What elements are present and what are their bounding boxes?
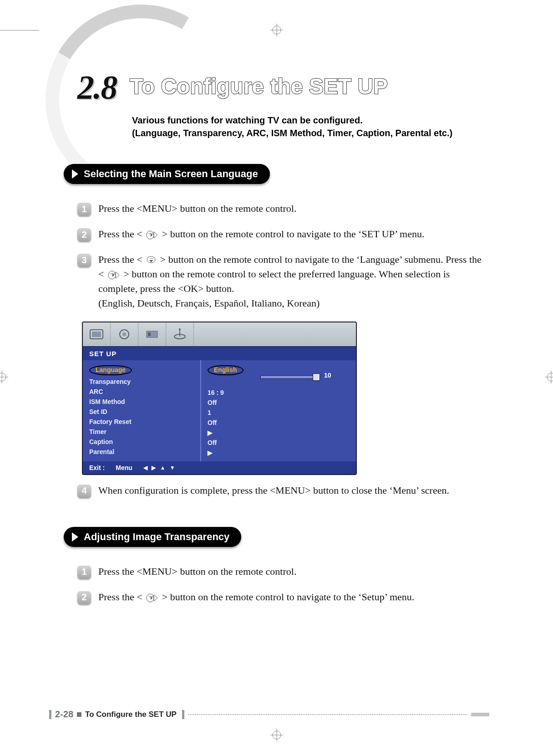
step-b2: 2 Press the < VOL > button on the remote… [77, 590, 489, 604]
page-footer: 2-28 To Configure the SET UP [49, 709, 489, 720]
intro-line-2: (Language, Transparency, ARC, ISM Method… [132, 127, 452, 139]
section-header: 2.8 To Configure the SET UP Various func… [64, 46, 489, 146]
triangle-right-icon [72, 532, 78, 541]
svg-rect-19 [92, 332, 101, 337]
crop-target-bottom [270, 729, 283, 743]
footer-dotted-rule [188, 714, 467, 715]
step-text: Press the < CH > button on the remote co… [98, 252, 489, 311]
osd-value-language: English [208, 365, 244, 375]
osd-menu-label: Menu [116, 464, 132, 471]
osd-screenshot: SET UP Language Transparency ARC ISM Met… [82, 322, 489, 475]
step-4: 4 When configuration is complete, press … [77, 483, 489, 498]
osd-value-setid: 1 [208, 408, 350, 418]
subhead-adjusting-transparency: Adjusting Image Transparency [64, 527, 241, 547]
subhead-text: Adjusting Image Transparency [84, 531, 229, 543]
osd-tab-picture-icon [83, 322, 111, 346]
osd-slider [260, 375, 316, 379]
osd-value-ism: Off [208, 398, 350, 408]
step-1: 1 Press the <MENU> button on the remote … [77, 201, 489, 216]
osd-exit-label: Exit : [89, 464, 105, 471]
osd-nav-arrows: ◀ ▶ ▲ ▼ [143, 465, 177, 471]
svg-rect-23 [148, 332, 151, 336]
osd-item-language: Language [89, 365, 132, 375]
step-badge: 2 [77, 591, 91, 604]
step-text: Press the < VOL > button on the remote c… [98, 227, 489, 241]
osd-tab-setup-icon [138, 322, 166, 346]
osd-item-ism: ISM Method [89, 397, 194, 407]
osd-title: SET UP [83, 347, 356, 360]
intro-line-1: Various functions for watching TV can be… [132, 114, 452, 127]
osd-value-factory-reset: Off [208, 418, 350, 428]
section-intro: Various functions for watching TV can be… [132, 114, 452, 139]
osd-item-parental: Parental [89, 447, 194, 457]
step-b1: 1 Press the <MENU> button on the remote … [77, 564, 489, 579]
page-number: 2-28 [55, 709, 73, 720]
footer-end-block [471, 713, 489, 716]
osd-value-transparency-row: 10 [208, 377, 350, 388]
osd-tab-sound-icon [111, 322, 138, 346]
osd-item-transparency: Transparency [89, 377, 194, 387]
osd-tabs [83, 322, 356, 347]
step-text: Press the <MENU> button on the remote co… [98, 201, 489, 216]
crop-target-right [545, 371, 553, 385]
vol-right-icon: VOL [108, 271, 120, 280]
svg-point-21 [122, 332, 126, 336]
osd-item-timer: Timer [89, 427, 194, 437]
osd-item-factory-reset: Factory Reset [89, 417, 194, 427]
osd-value-arc: 16 : 9 [208, 388, 350, 398]
section-title: To Configure the SET UP [130, 74, 388, 99]
crop-target-top [270, 24, 283, 38]
footer-label: To Configure the SET UP [85, 710, 177, 719]
step-text: Press the < VOL > button on the remote c… [98, 590, 489, 604]
step-2: 2 Press the < VOL > button on the remote… [77, 227, 489, 241]
step-badge: 1 [77, 565, 91, 579]
step-3: 3 Press the < CH > button on the remote … [77, 252, 489, 311]
osd-item-arc: ARC [89, 387, 194, 397]
vol-right-icon: VOL [146, 593, 158, 603]
osd-value-caption: Off [208, 438, 350, 448]
osd-value-transparency: 10 [324, 372, 331, 379]
osd-tab-channel-icon [166, 322, 194, 346]
svg-text:CH: CH [150, 257, 153, 260]
svg-marker-13 [149, 260, 153, 262]
osd-menu-labels: Language Transparency ARC ISM Method Set… [83, 360, 200, 461]
ch-down-icon: CH [146, 256, 156, 265]
osd-slider-knob [313, 373, 320, 381]
step-text: Press the <MENU> button on the remote co… [98, 564, 489, 579]
crop-target-left [0, 371, 8, 385]
osd-item-setid: Set ID [89, 407, 194, 417]
crop-rule-left [0, 30, 39, 31]
osd-value-parental: ▶ [208, 448, 350, 458]
osd-value-timer: ▶ [208, 428, 350, 438]
osd-menu-values: English 10 16 : 9 Off 1 Off ▶ Off ▶ [200, 360, 356, 461]
step-badge: 1 [77, 202, 91, 216]
footer-square-icon [77, 712, 81, 717]
step-badge: 3 [77, 253, 91, 267]
step-badge: 4 [77, 484, 91, 498]
vol-right-icon: VOL [146, 230, 158, 240]
section-number: 2.8 [77, 68, 117, 107]
footer-bar-icon [182, 710, 184, 719]
osd-footer: Exit : Menu ◀ ▶ ▲ ▼ [83, 461, 356, 474]
osd-item-caption: Caption [89, 437, 194, 447]
step-badge: 2 [77, 228, 91, 241]
footer-bar-icon [49, 710, 51, 719]
svg-point-26 [179, 328, 181, 330]
step-text: When configuration is complete, press th… [98, 483, 489, 498]
